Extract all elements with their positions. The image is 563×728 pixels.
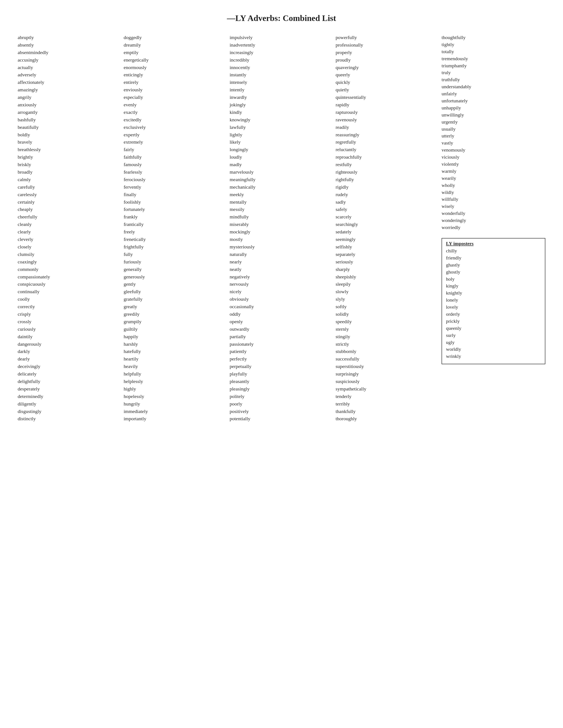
list-item: sharply: [336, 266, 439, 273]
list-item: wisely: [442, 203, 545, 210]
list-item: separately: [336, 251, 439, 258]
list-item: reluctantly: [336, 146, 439, 153]
list-item: enormously: [124, 64, 227, 71]
list-item: correctly: [18, 303, 121, 310]
list-item: carefully: [18, 184, 121, 191]
list-item: entirely: [124, 79, 227, 86]
list-item: harshly: [124, 341, 227, 348]
list-item: occasionally: [229, 303, 334, 310]
list-item: emptily: [124, 49, 227, 56]
list-item: doggedly: [124, 34, 227, 41]
list-item: gratefully: [124, 296, 227, 303]
list-item: violently: [442, 161, 545, 168]
imposter-word: chilly: [446, 247, 541, 254]
list-item: thankfully: [336, 408, 439, 415]
list-item: cleanly: [18, 221, 121, 228]
list-item: continually: [18, 288, 121, 295]
list-item: pleasantly: [229, 378, 334, 385]
list-item: outwardly: [229, 326, 334, 333]
list-item: perfectly: [229, 355, 334, 362]
column-4: powerfullyprofessionallyproperlyproudlyq…: [336, 34, 442, 422]
list-item: coolly: [18, 296, 121, 303]
list-item: pleasingly: [229, 385, 334, 392]
list-item: venomously: [442, 146, 545, 154]
list-item: solidly: [336, 311, 439, 318]
imposter-word: orderly: [446, 311, 541, 318]
list-item: abruptly: [18, 34, 121, 41]
list-item: brightly: [18, 154, 121, 161]
list-item: viciously: [442, 154, 545, 161]
list-item: selfishly: [336, 243, 439, 250]
list-item: partially: [229, 333, 334, 340]
list-item: miserably: [229, 221, 334, 228]
list-item: nicely: [229, 288, 334, 295]
list-item: suspiciously: [336, 378, 439, 385]
list-item: evenly: [124, 101, 227, 108]
list-item: slyly: [336, 296, 439, 303]
imposter-word: ugly: [446, 339, 541, 346]
list-item: coaxingly: [18, 258, 121, 265]
list-item: unhappily: [442, 104, 545, 111]
list-item: faithfully: [124, 154, 227, 161]
list-item: highly: [124, 385, 227, 392]
list-item: seemingly: [336, 236, 439, 243]
list-item: marvelously: [229, 169, 334, 176]
list-item: mockingly: [229, 228, 334, 235]
list-item: strictly: [336, 341, 439, 348]
list-item: thoughtfully: [442, 34, 545, 41]
list-item: accusingly: [18, 56, 121, 64]
list-item: seriously: [336, 258, 439, 265]
list-item: crisply: [18, 311, 121, 318]
list-item: mostly: [229, 236, 334, 243]
list-item: commonly: [18, 266, 121, 273]
list-item: quietly: [336, 86, 439, 93]
list-item: furiously: [124, 258, 227, 265]
list-item: properly: [336, 49, 439, 56]
list-item: hungrily: [124, 400, 227, 407]
list-item: hopelessly: [124, 393, 227, 400]
imposter-word: knightly: [446, 289, 541, 296]
list-item: queerly: [336, 71, 439, 78]
list-item: cheaply: [18, 206, 121, 213]
imposter-word: ghastly: [446, 261, 541, 268]
list-item: sheepishly: [336, 273, 439, 280]
list-item: stingily: [336, 333, 439, 340]
list-item: certainly: [18, 199, 121, 206]
list-item: wonderfully: [442, 210, 545, 217]
list-item: obviously: [229, 296, 334, 303]
imposter-word: friendly: [446, 254, 541, 261]
list-item: inwardly: [229, 94, 334, 101]
list-item: hatefully: [124, 348, 227, 355]
list-item: ravenously: [336, 116, 439, 123]
list-item: helpfully: [124, 370, 227, 377]
list-item: superstitiously: [336, 363, 439, 370]
imposters-title: LY imposters: [446, 241, 541, 246]
list-item: heartily: [124, 355, 227, 362]
list-item: diligently: [18, 400, 121, 407]
imposter-word: prickly: [446, 318, 541, 325]
list-item: lawfully: [229, 124, 334, 131]
list-item: politely: [229, 393, 334, 400]
list-item: curiously: [18, 326, 121, 333]
list-item: cheerfully: [18, 213, 121, 220]
list-item: patiently: [229, 348, 334, 355]
list-item: dearly: [18, 355, 121, 362]
list-item: scarcely: [336, 213, 439, 220]
imposter-word: wrinkly: [446, 353, 541, 360]
list-item: fervently: [124, 184, 227, 191]
list-item: happily: [124, 333, 227, 340]
list-item: sadly: [336, 199, 439, 206]
list-item: frantically: [124, 221, 227, 228]
list-item: fairly: [124, 146, 227, 153]
list-item: famously: [124, 161, 227, 168]
list-item: guiltily: [124, 326, 227, 333]
imposter-word: surly: [446, 332, 541, 339]
list-item: kindly: [229, 109, 334, 116]
list-item: triumphantly: [442, 62, 545, 69]
list-item: successfully: [336, 355, 439, 362]
list-item: mentally: [229, 199, 334, 206]
list-item: truly: [442, 69, 545, 76]
list-item: desperately: [18, 385, 121, 392]
list-item: passionately: [229, 341, 334, 348]
list-item: rigidly: [336, 184, 439, 191]
